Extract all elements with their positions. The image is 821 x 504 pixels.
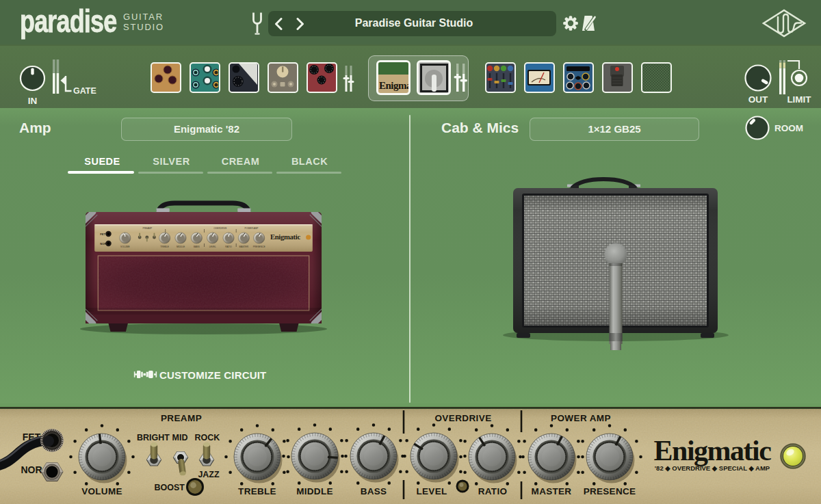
svg-text:PREAMP: PREAMP <box>142 227 152 230</box>
svg-text:PREAMP: PREAMP <box>161 413 202 423</box>
svg-text:OVERDRIVE: OVERDRIVE <box>434 413 491 423</box>
svg-text:MID: MID <box>172 433 188 442</box>
svg-text:ROOM: ROOM <box>774 123 803 133</box>
svg-text:LIMIT: LIMIT <box>787 94 811 105</box>
svg-text:NOR: NOR <box>21 464 42 475</box>
svg-text:POWER AMP: POWER AMP <box>245 227 259 230</box>
svg-text:FET: FET <box>100 233 105 237</box>
svg-text:MIDDLE: MIDDLE <box>296 486 333 496</box>
svg-text:TREBLE: TREBLE <box>238 486 276 496</box>
svg-text:'82 ◆ OVERDRIVE ◆ SPECIAL ◆ AM: '82 ◆ OVERDRIVE ◆ SPECIAL ◆ AMP <box>655 464 770 472</box>
svg-text:IN: IN <box>28 96 38 106</box>
svg-text:Enigmatic: Enigmatic <box>654 435 772 466</box>
svg-text:BOOST: BOOST <box>155 483 185 492</box>
svg-text:NOR: NOR <box>100 243 106 246</box>
svg-text:BASS: BASS <box>194 246 200 248</box>
svg-text:VOLUME: VOLUME <box>81 486 122 496</box>
svg-text:Enigmatic: Enigmatic <box>270 234 301 241</box>
svg-text:LEVEL: LEVEL <box>209 246 216 248</box>
svg-text:POWER AMP: POWER AMP <box>551 413 611 423</box>
svg-text:JAZZ: JAZZ <box>198 470 220 479</box>
svg-text:GATE: GATE <box>73 86 96 96</box>
svg-text:MIDDLE: MIDDLE <box>177 246 185 248</box>
svg-text:VOLUME: VOLUME <box>120 246 131 248</box>
svg-text:BRIGHT: BRIGHT <box>137 433 170 442</box>
svg-text:OUT: OUT <box>748 94 768 105</box>
svg-text:LEVEL: LEVEL <box>416 486 447 496</box>
svg-text:TREBLE: TREBLE <box>160 246 169 248</box>
svg-text:RATIO: RATIO <box>478 486 508 496</box>
svg-text:RATIO: RATIO <box>225 246 232 248</box>
svg-text:ROCK: ROCK <box>195 433 220 442</box>
svg-text:MASTER: MASTER <box>239 246 249 248</box>
svg-text:PRESENCE: PRESENCE <box>253 246 266 248</box>
svg-text:OVERDRIVE: OVERDRIVE <box>213 227 227 230</box>
svg-text:BASS: BASS <box>361 486 387 496</box>
svg-text:MASTER: MASTER <box>532 486 572 496</box>
svg-text:PRESENCE: PRESENCE <box>584 486 636 496</box>
